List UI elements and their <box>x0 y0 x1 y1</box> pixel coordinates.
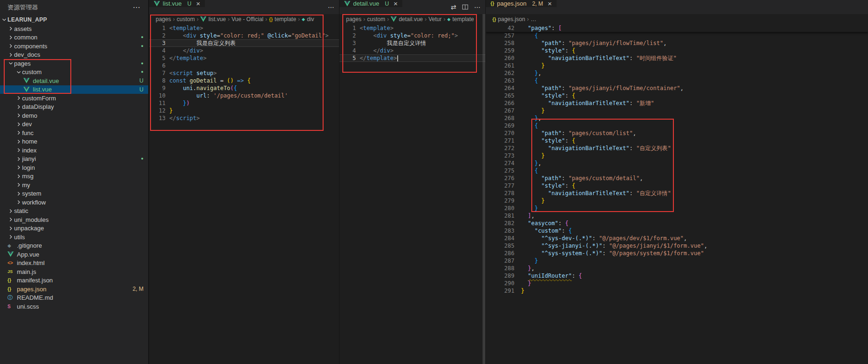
breadcrumb-item-custom[interactable]: custom <box>177 16 195 23</box>
tree-item-utils[interactable]: utils <box>0 233 148 242</box>
tree-item-demo[interactable]: demo <box>0 111 148 120</box>
breadcrumb-item-div[interactable]: ◆div <box>302 16 314 23</box>
breadcrumb-item-custom[interactable]: custom <box>367 16 385 23</box>
code-editor-pages-json[interactable]: 42 "pages": [257 {258 "path": "pages/jia… <box>486 24 868 364</box>
code-line[interactable]: 258 "path": "pages/jianyi/flowTime/list"… <box>486 39 868 47</box>
code-editor-list-vue[interactable]: 1<template>2 <div style="color: red;" @c… <box>149 24 339 364</box>
open-changes-icon[interactable]: ⇄ <box>451 4 456 10</box>
code-line[interactable]: 272 "navigationBarTitleText": "自定义列表" <box>486 144 868 152</box>
breadcrumb-item-pages[interactable]: pages <box>156 16 171 23</box>
code-line[interactable]: 283 "custom": { <box>486 227 868 235</box>
code-line[interactable]: 278 "navigationBarTitleText": "自定义详情" <box>486 190 868 197</box>
code-line[interactable]: 263 { <box>486 77 868 84</box>
code-editor-detail-vue[interactable]: 1<template>2 <div style="color: red;">3 … <box>340 24 485 364</box>
code-line[interactable]: 3 我是自定义列表 <box>149 39 339 47</box>
code-line[interactable]: 282 "easycom": { <box>486 220 868 227</box>
breadcrumb-item-template[interactable]: ◆template <box>447 16 474 23</box>
close-icon[interactable]: × <box>196 0 200 7</box>
code-line[interactable]: 271 "style": { <box>486 137 868 144</box>
tree-item-components[interactable]: components● <box>0 42 148 51</box>
code-line[interactable]: 10 url: '/pages/custom/detail' <box>149 92 339 99</box>
tree-item-uni_modules[interactable]: uni_modules <box>0 215 148 224</box>
more-icon[interactable]: ⋯ <box>328 4 334 10</box>
code-line[interactable]: 290 } <box>486 280 868 287</box>
code-line[interactable]: 1<template> <box>149 24 339 32</box>
tree-item-pages.json[interactable]: {}pages.json2, M <box>0 285 148 294</box>
code-line[interactable]: 12} <box>149 107 339 114</box>
tree-item-unpackage[interactable]: unpackage <box>0 224 148 233</box>
more-icon[interactable]: ⋯ <box>474 4 481 10</box>
code-line[interactable]: 289 "uniIdRouter": { <box>486 272 868 280</box>
code-line[interactable]: 276 "path": "pages/custom/detail", <box>486 174 868 182</box>
tree-item-login[interactable]: login <box>0 163 148 172</box>
project-root-row[interactable]: LEARUN_APP <box>0 15 148 24</box>
code-line[interactable]: 267 } <box>486 107 868 114</box>
breadcrumb-item-[interactable]: … <box>531 16 536 23</box>
code-line[interactable]: 260 "navigationBarTitleText": "时间组件验证" <box>486 54 868 62</box>
code-line[interactable]: 265 "style": { <box>486 92 868 99</box>
tree-item-customForm[interactable]: customForm <box>0 94 148 103</box>
code-line[interactable]: 262 }, <box>486 69 868 77</box>
code-line[interactable]: 285 "^sys-jianyi-(.*)": "@/pages/jianyi/… <box>486 242 868 250</box>
code-line[interactable]: 261 } <box>486 62 868 69</box>
code-line[interactable]: 1<template> <box>340 24 485 32</box>
code-line[interactable]: 288 }, <box>486 265 868 272</box>
tree-item-dev[interactable]: dev <box>0 120 148 129</box>
code-line[interactable]: 259 "style": { <box>486 47 868 54</box>
tree-item-index[interactable]: index <box>0 146 148 155</box>
tree-item-workflow[interactable]: workflow <box>0 198 148 207</box>
tree-item-.gitignore[interactable]: ◆.gitignore <box>0 242 148 250</box>
tree-item-msg[interactable]: msg <box>0 172 148 181</box>
code-line[interactable]: 291} <box>486 287 868 295</box>
code-line[interactable]: 275 { <box>486 167 868 174</box>
code-line[interactable]: 281 ], <box>486 212 868 220</box>
tree-item-detail.vue[interactable]: detail.vueU <box>0 76 148 85</box>
code-line[interactable]: 279 } <box>486 197 868 205</box>
tab-detail-vue[interactable]: detail.vueU× <box>340 0 403 7</box>
code-line[interactable]: 4 </div> <box>149 47 339 54</box>
tree-item-dataDisplay[interactable]: dataDisplay <box>0 103 148 112</box>
breadcrumb-item-Vue-Official[interactable]: Vue - Official <box>232 16 264 23</box>
code-line[interactable]: 7<script setup> <box>149 69 339 77</box>
tree-item-assets[interactable]: assets <box>0 24 148 33</box>
split-editor-icon[interactable] <box>462 4 468 10</box>
tree-item-common[interactable]: common● <box>0 33 148 42</box>
tree-item-system[interactable]: system <box>0 190 148 198</box>
tree-item-main.js[interactable]: JSmain.js <box>0 267 148 276</box>
sticky-scroll-line[interactable]: 42 "pages": [ <box>486 24 868 32</box>
code-line[interactable]: 3 我是自定义详情 <box>340 39 485 47</box>
code-line[interactable]: 269 { <box>486 122 868 129</box>
code-line[interactable]: 2 <div style="color: red;" @click="goDet… <box>149 32 339 39</box>
breadcrumb-item-pages[interactable]: pages <box>346 16 362 23</box>
breadcrumb-item-template[interactable]: {}template <box>269 16 296 23</box>
code-line[interactable]: 280 } <box>486 205 868 212</box>
close-icon[interactable]: × <box>548 0 552 7</box>
code-line[interactable]: 4 </div> <box>340 47 485 54</box>
close-icon[interactable]: × <box>393 0 398 7</box>
tree-item-func[interactable]: func <box>0 129 148 137</box>
tree-item-jianyi[interactable]: jianyi● <box>0 155 148 164</box>
tree-item-uni.scss[interactable]: Suni.scss <box>0 302 148 311</box>
scrollbar[interactable] <box>483 14 485 364</box>
more-actions-icon[interactable]: ⋯ <box>133 4 141 11</box>
code-line[interactable]: 274 }, <box>486 159 868 167</box>
code-line[interactable]: 9 uni.navigateTo({ <box>149 84 339 92</box>
code-line[interactable]: 13</script> <box>149 114 339 122</box>
tree-item-manifest.json[interactable]: {}manifest.json <box>0 276 148 285</box>
tab-list-vue[interactable]: list.vueU× <box>149 0 205 7</box>
tab-pages-json[interactable]: {}pages.json2, M× <box>486 0 557 7</box>
tree-item-home[interactable]: home <box>0 137 148 146</box>
tree-item-list.vue[interactable]: list.vueU <box>0 85 148 94</box>
tree-item-my[interactable]: my <box>0 181 148 190</box>
code-line[interactable]: 268 }, <box>486 114 868 122</box>
breadcrumb-item-Vetur[interactable]: Vetur <box>429 16 442 23</box>
code-line[interactable]: 257 { <box>486 32 868 39</box>
code-line[interactable]: 287 } <box>486 257 868 265</box>
code-line[interactable]: 5</template> <box>340 54 485 62</box>
tree-item-pages[interactable]: pages● <box>0 59 148 68</box>
code-line[interactable]: 8const goDetail = () => { <box>149 77 339 84</box>
code-line[interactable]: 273 } <box>486 152 868 159</box>
tree-item-index.html[interactable]: <>index.html <box>0 259 148 268</box>
tree-item-README.md[interactable]: ⓘREADME.md <box>0 294 148 303</box>
breadcrumb-item-pages.json[interactable]: {}pages.json <box>492 16 525 23</box>
